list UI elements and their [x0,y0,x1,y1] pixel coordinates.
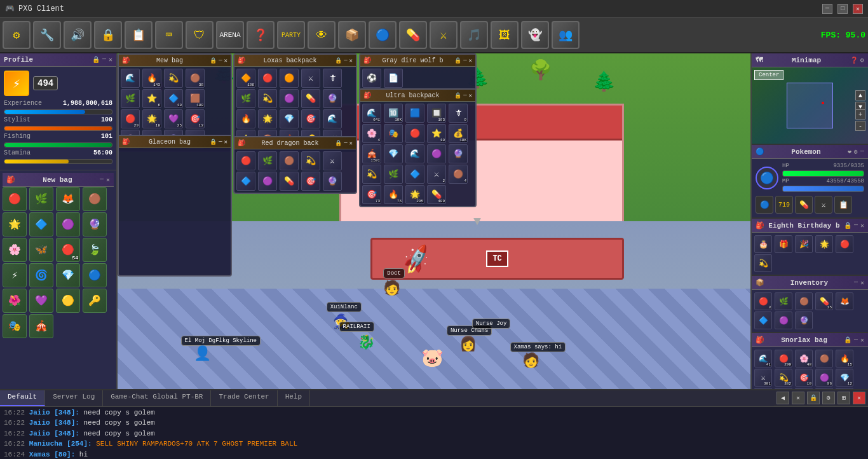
mini-slot-item[interactable]: 🌿 [775,388,792,389]
shield-button[interactable]: 🛡 [186,21,214,49]
overlay-item[interactable]: 📄 [384,69,403,88]
overlay-item[interactable]: 🗡 [323,69,342,88]
overlay-item[interactable]: 🔥 [236,109,255,128]
overlay-item[interactable]: 💰10K [449,124,468,143]
keyboard-button[interactable]: ⌨ [155,21,183,49]
mini-slot-item[interactable]: 💫 [754,254,772,272]
loxas-close[interactable]: ✕ [349,57,353,64]
mini-slot-item[interactable]: 🔴290 [775,350,792,367]
inv-min[interactable]: ─ [854,279,858,287]
ub-min[interactable]: ─ [463,92,466,99]
poke-min-icon[interactable]: ─ [860,148,864,156]
overlay-item[interactable]: 🌊 [121,69,140,88]
poke-action-1[interactable]: 🔵 [756,196,773,214]
bag-slot-item[interactable]: 🔮 [83,212,107,236]
overlay-item[interactable]: 🔥76 [384,185,403,204]
gw-lock[interactable]: 🔒 [454,57,461,64]
overlay-item[interactable]: 💫 [362,165,381,184]
mini-slot-item[interactable]: 🔮2 [795,388,813,389]
mini-slot-item[interactable]: 🔷 [754,312,772,329]
overlay-item[interactable]: 🔴 [236,151,255,170]
bag-slot-item[interactable]: 🔷 [29,212,53,236]
red-dragon-window[interactable]: 🎒 Red dragon back 🔒 ─ ✕ 🔴🌿🟤💫⚔🔷🟣💊🎯🔮 [233,136,357,194]
lock-button[interactable]: 🔒 [94,21,122,49]
overlay-item[interactable]: 🔮 [323,89,342,108]
poke-settings-icon[interactable]: ⚙ [854,148,858,156]
party-button[interactable]: PARTY [277,21,305,49]
mew-bag-lock[interactable]: 🔒 [210,57,217,64]
mini-slot-item[interactable]: 🦊 [836,292,853,310]
bag-slot-item[interactable]: 🟡 [56,289,80,313]
ub-close[interactable]: ✕ [469,92,472,99]
snor-close[interactable]: ✕ [860,336,864,344]
gw-min[interactable]: ─ [463,57,466,64]
overlay-item[interactable]: 💫 [164,69,183,88]
bag-slot-item[interactable]: 🟤 [83,187,107,211]
rd-min[interactable]: ─ [344,140,347,147]
new-bag-close-icon[interactable]: ✕ [106,176,110,184]
overlay-item[interactable]: 💫 [258,89,277,108]
bag-slot-item[interactable]: 💎 [56,263,80,287]
profile-lock-icon[interactable]: 🔒 [92,56,100,64]
overlay-item[interactable]: 🔶108 [236,69,255,88]
overlay-item[interactable]: ⚔ [301,69,320,88]
glaceon-bag-header[interactable]: 🎒 Glaceon bag 🔒 ─ ✕ [119,136,231,148]
mini-slot-item[interactable]: 🎁 [775,235,792,253]
overlay-item[interactable]: ⚔ [323,151,342,170]
overlay-item[interactable]: 🔴 [258,69,277,88]
bag-slot-item[interactable]: 🎪 [29,314,53,338]
overlay-item[interactable]: 🎯 [301,109,320,128]
overlay-item[interactable]: 🎯 [301,172,320,191]
overlay-item[interactable]: 🔷 [405,165,424,184]
overlay-item[interactable]: 🟣 [258,172,277,191]
mini-slot-item[interactable]: 🎯10 [795,369,813,387]
overlay-item[interactable]: 🟤38 [186,69,205,88]
bag-slot-item[interactable]: 🦋 [29,238,53,262]
chat-lock-btn[interactable]: 🔒 [807,392,820,404]
mini-slot-item[interactable]: ⚔301 [754,369,772,387]
profile-min-icon[interactable]: ─ [102,56,106,64]
overlay-item[interactable]: 🌟 [258,109,277,128]
new-bag-min-icon[interactable]: ─ [100,176,104,184]
overlay-item[interactable]: 💎 [384,144,403,163]
mini-slot-item[interactable]: 🔮 [795,312,813,329]
mini-slot-item[interactable]: 💊15 [815,292,833,310]
poke-action-4[interactable]: 📋 [834,196,852,214]
tab-server-log[interactable]: Server Log [45,390,103,406]
chat-close-btn[interactable]: ✕ [792,392,804,404]
overlay-item[interactable]: 🟤4 [449,165,468,184]
overlay-item[interactable]: 🌿 [384,165,403,184]
mini-slot-item[interactable]: 🔥15 [836,350,853,367]
overlay-item[interactable]: 🔮 [323,172,342,191]
close-button[interactable]: ✕ [853,4,863,14]
bag-slot-item[interactable]: 🔴 [3,187,27,211]
glaceon-lock[interactable]: 🔒 [210,139,217,146]
tools-button[interactable]: 🔧 [33,21,61,49]
mini-slot-item[interactable]: 🔷39 [836,388,853,389]
maximize-button[interactable]: □ [837,4,848,14]
potion-button[interactable]: 💊 [399,21,427,49]
overlay-item[interactable]: 🌊 [323,109,342,128]
mew-bag-min[interactable]: ─ [219,57,222,64]
mini-slot-item[interactable]: 🎂 [754,235,772,253]
overlay-item[interactable]: 🔷18 [164,89,183,108]
overlay-item[interactable]: 🌊641 [362,104,381,123]
poke-action-3[interactable]: ⚔ [815,196,832,214]
inv-close[interactable]: ✕ [860,279,864,287]
mini-slot-item[interactable]: 🌿 [775,292,792,310]
overlay-item[interactable]: 🔲103 [427,104,446,123]
mini-slot-item[interactable]: 🌸48 [795,350,813,367]
bag-slot-item[interactable]: 🌸 [3,238,27,262]
rd-close[interactable]: ✕ [349,140,353,147]
loxas-bag-header[interactable]: 🎒 Loxas backpack 🔒 ─ ✕ [234,55,356,67]
clipboard-button[interactable]: 📋 [125,21,153,49]
overlay-item[interactable]: 🎪1591 [362,144,381,163]
ultra-bag-header[interactable]: 🎒 Ultra backpack 🔒 ─ ✕ [360,90,475,102]
overlay-item[interactable]: 💜25 [164,109,183,128]
glaceon-min[interactable]: ─ [219,139,222,146]
overlay-item[interactable]: 🟦 [405,104,424,123]
overlay-item[interactable]: 🟠 [280,69,299,88]
picture-button[interactable]: 🖼 [491,21,519,49]
overlay-item[interactable]: 🔴 [405,124,424,143]
tab-default[interactable]: Default [0,390,45,406]
